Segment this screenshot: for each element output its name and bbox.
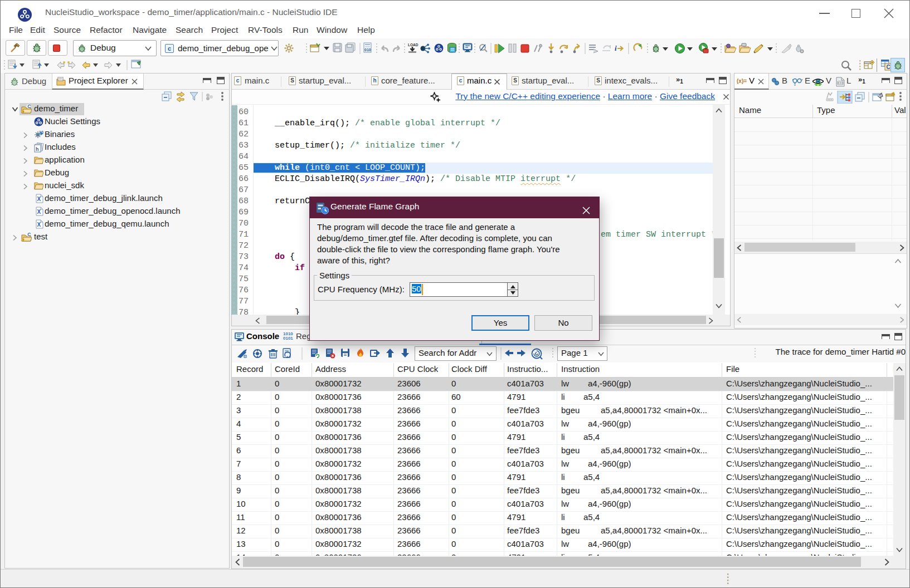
svg-text:h: h xyxy=(36,146,39,152)
svg-text:X: X xyxy=(37,196,41,202)
svg-text:!: ! xyxy=(23,238,24,242)
svg-text:LOAD: LOAD xyxy=(408,43,418,47)
svg-text:!: ! xyxy=(23,110,24,114)
svg-text:i: i xyxy=(615,44,617,52)
svg-text:C: C xyxy=(887,64,890,70)
svg-text:010: 010 xyxy=(364,48,371,52)
svg-text:X: X xyxy=(37,209,41,215)
svg-text:X: X xyxy=(37,222,41,228)
svg-text:C: C xyxy=(27,232,31,237)
svg-text:C: C xyxy=(27,104,31,109)
